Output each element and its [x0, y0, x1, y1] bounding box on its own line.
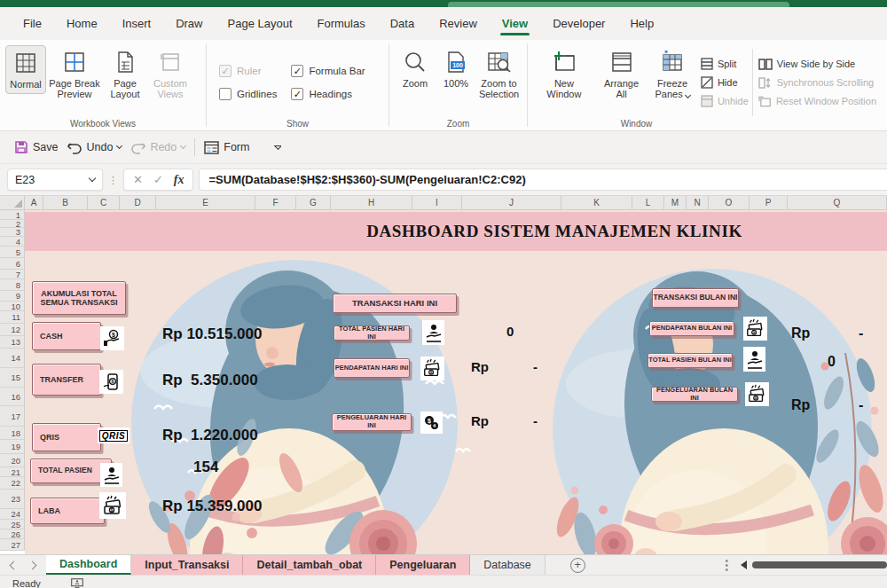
row-header-10[interactable]: 10 [0, 302, 25, 311]
tab-view[interactable]: View [491, 10, 538, 37]
row-header-22[interactable]: 22 [0, 477, 25, 490]
pendapatan-bulan-ini-button[interactable]: PENDAPATAN BULAN INI [649, 321, 734, 336]
formula-input[interactable]: =SUM(Database!$H$2:$H$360)-SUM(Pengeluar… [199, 169, 887, 191]
column-header-O[interactable]: O [709, 196, 750, 210]
row-header-27[interactable]: 27 [0, 539, 25, 551]
horizontal-scrollbar-thumb[interactable] [752, 561, 887, 568]
undo-button[interactable]: Undo [67, 141, 122, 154]
column-header-A[interactable]: A [25, 196, 43, 210]
new-window-button[interactable]: New Window [533, 45, 595, 103]
freeze-panes-button[interactable]: * Freeze Panes [648, 45, 697, 103]
tab-insert[interactable]: Insert [112, 10, 162, 37]
total-pasien-bulan-ini-button[interactable]: TOTAL PASIEN BULAN INI [648, 353, 733, 368]
reset-window-position-button[interactable]: Reset Window Position [758, 92, 876, 111]
tab-developer[interactable]: Developer [542, 10, 616, 37]
custom-views-button[interactable]: Custom Views [147, 45, 193, 103]
row-header-26[interactable]: 26 [0, 529, 25, 539]
tab-formulas[interactable]: Formulas [307, 10, 376, 37]
row-header-5[interactable]: 5 [0, 247, 25, 258]
zoom-to-selection-button[interactable]: Zoom to Selection [476, 45, 522, 103]
synchronous-scrolling-button[interactable]: Synchronous Scrolling [758, 74, 876, 92]
cash-button[interactable]: CASH [32, 322, 101, 350]
page-layout-view-button[interactable]: Page Layout [103, 45, 147, 103]
row-header-8[interactable]: 8 [0, 279, 25, 291]
row-header-23[interactable]: 23 [0, 490, 25, 509]
tab-page-layout[interactable]: Page Layout [217, 10, 303, 37]
scroll-left-icon[interactable] [741, 561, 747, 569]
pengeluaran-bulan-ini-button[interactable]: PENGELUARAN BULAN INI [651, 387, 738, 402]
hide-button[interactable]: Hide [701, 74, 749, 92]
row-header-21[interactable]: 21 [0, 467, 25, 477]
sheet-tab-detail-tambah-obat[interactable]: Detail_tambah_obat [243, 555, 376, 575]
zoom-100-button[interactable]: 100 100% [436, 45, 476, 92]
column-header-I[interactable]: I [412, 196, 462, 210]
headings-checkbox[interactable]: Headings [291, 88, 365, 100]
chevron-down-icon[interactable] [116, 143, 122, 149]
laba-button[interactable]: LABA [30, 498, 105, 524]
tab-draw[interactable]: Draw [165, 10, 213, 37]
insert-function-icon[interactable]: fx [174, 173, 184, 187]
page-break-preview-button[interactable]: Page Break Preview [46, 45, 103, 103]
ruler-checkbox[interactable]: Ruler [219, 65, 277, 77]
row-header-4[interactable]: 4 [0, 237, 25, 247]
column-header-J[interactable]: J [462, 196, 561, 210]
tab-home[interactable]: Home [56, 10, 108, 37]
normal-view-button[interactable]: Normal [5, 45, 46, 94]
column-header-F[interactable]: F [255, 196, 296, 210]
arrange-all-button[interactable]: Arrange All [595, 45, 648, 103]
row-header-14[interactable]: 14 [0, 349, 25, 368]
row-header-18[interactable]: 18 [0, 427, 25, 440]
sheet-tab-input-transaksi[interactable]: Input_Transaksi [131, 555, 243, 575]
formula-bar-checkbox[interactable]: Formula Bar [291, 65, 365, 77]
column-header-Q[interactable]: Q [788, 196, 887, 210]
row-header-12[interactable]: 12 [0, 324, 25, 336]
tab-file[interactable]: File [12, 10, 52, 37]
column-header-H[interactable]: H [331, 196, 412, 210]
save-button[interactable]: Save [14, 140, 59, 154]
sheet-tab-database[interactable]: Database [470, 555, 546, 575]
row-header-16[interactable]: 16 [0, 388, 25, 406]
transaksi-bulan-ini-header[interactable]: TRANSAKSI BULAN INI [652, 288, 739, 308]
tab-data[interactable]: Data [380, 10, 425, 37]
transfer-button[interactable]: TRANSFER [32, 364, 101, 396]
tab-help[interactable]: Help [619, 10, 664, 37]
akumulasi-total-button[interactable]: AKUMULASI TOTAL SEMUA TRANSAKSI [32, 281, 126, 315]
column-header-N[interactable]: N [687, 196, 709, 210]
column-header-K[interactable]: K [561, 196, 632, 210]
split-button[interactable]: Split [701, 55, 749, 74]
column-header-C[interactable]: C [88, 196, 120, 210]
redo-button[interactable]: Redo [130, 141, 185, 154]
column-header-P[interactable]: P [750, 196, 788, 210]
row-header-19[interactable]: 19 [0, 440, 25, 454]
prev-sheet-icon[interactable] [10, 561, 19, 569]
row-header-24[interactable]: 24 [0, 509, 25, 520]
row-header-15[interactable]: 15 [0, 368, 25, 388]
row-header-11[interactable]: 11 [0, 311, 25, 324]
cancel-icon[interactable]: ✕ [133, 173, 143, 186]
select-all-corner[interactable] [0, 196, 25, 210]
name-box[interactable]: E23 [7, 169, 103, 191]
scrollbar-grip[interactable]: ••• [725, 559, 728, 572]
pengeluaran-hari-ini-button[interactable]: PENGELUARAN HARI INI [332, 413, 412, 431]
qris-button[interactable]: QRIS [32, 423, 101, 451]
row-header-9[interactable]: 9 [0, 291, 25, 302]
column-header-D[interactable]: D [120, 196, 156, 210]
tab-review[interactable]: Review [428, 10, 488, 37]
row-header-20[interactable]: 20 [0, 454, 25, 467]
unhide-button[interactable]: Unhide [701, 92, 749, 111]
view-side-by-side-button[interactable]: View Side by Side [758, 55, 876, 74]
row-header-7[interactable]: 7 [0, 270, 25, 279]
row-header-2[interactable]: 2 [0, 220, 25, 228]
transaksi-hari-ini-header[interactable]: TRANSAKSI HARI INI [333, 294, 457, 313]
drag-handle[interactable]: ⋮ [108, 177, 118, 183]
form-button[interactable]: Form [204, 141, 249, 154]
column-header-B[interactable]: B [43, 196, 88, 210]
row-header-6[interactable]: 6 [0, 258, 25, 270]
sheet-tab-dashboard[interactable]: Dashboard [46, 555, 131, 575]
column-header-E[interactable]: E [156, 196, 255, 210]
column-header-G[interactable]: G [296, 196, 331, 210]
row-header-13[interactable]: 13 [0, 336, 25, 349]
row-header-17[interactable]: 17 [0, 406, 25, 427]
column-header-L[interactable]: L [632, 196, 664, 210]
total-pasien-hari-ini-button[interactable]: TOTAL PASIEN HARI INI [334, 325, 410, 341]
